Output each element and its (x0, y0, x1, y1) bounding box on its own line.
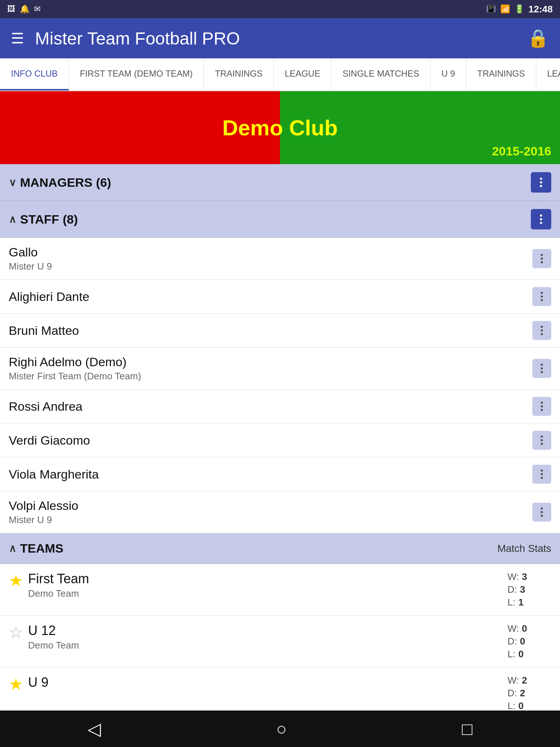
star-icon-0[interactable]: ★ (9, 573, 23, 589)
lock-icon[interactable]: 🔒 (527, 28, 549, 49)
star-icon-2[interactable]: ★ (9, 676, 23, 692)
teams-list: ★ First Team Demo Team W:3 D:3 L:1 ☆ U 1… (0, 564, 560, 719)
team-info-1: U 12 Demo Team (28, 623, 79, 651)
staff-name-1: Alighieri Dante (9, 290, 532, 304)
wifi-icon: 📶 (500, 4, 510, 14)
hamburger-menu[interactable]: ☰ (11, 30, 24, 47)
recent-button[interactable]: □ (462, 719, 472, 739)
staff-row: Alighieri Dante (0, 280, 560, 314)
dot1 (541, 436, 543, 438)
staff-row-menu-2[interactable] (532, 321, 551, 340)
staff-count: (8) (63, 212, 78, 227)
stat-D-0: D:3 (508, 584, 551, 595)
tab-trainings[interactable]: TRAININGS (204, 58, 274, 90)
clock: 12:48 (529, 4, 553, 15)
stat-L-1: L:0 (508, 649, 551, 660)
staff-row: Gallo Mister U 9 (0, 238, 560, 280)
tab-league2[interactable]: LEAGU (536, 58, 560, 90)
managers-title[interactable]: ∨ MANAGERS (6) (9, 175, 111, 190)
team-sub-1: Demo Team (28, 640, 79, 651)
stat-W-1: W:0 (508, 623, 551, 634)
team-left-0: ★ First Team Demo Team (9, 571, 89, 599)
dot3 (541, 261, 543, 263)
back-button[interactable]: ◁ (88, 719, 101, 739)
stat-W-0: W:3 (508, 571, 551, 582)
staff-row-menu-0[interactable] (532, 249, 551, 268)
status-bar: 🖼 🔔 ✉ 📳 📶 🔋 12:48 (0, 0, 560, 18)
dot1 (541, 469, 543, 472)
dot2 (541, 329, 543, 332)
dot2 (541, 473, 543, 475)
tab-u9[interactable]: U 9 (431, 58, 466, 90)
staff-label: STAFF (20, 212, 59, 227)
dot2 (541, 439, 543, 441)
dot3 (540, 185, 542, 187)
staff-title[interactable]: ∧ STAFF (8) (9, 212, 78, 227)
tab-first-team[interactable]: FIRST TEAM (DEMO TEAM) (69, 58, 204, 90)
star-icon-1[interactable]: ☆ (9, 624, 23, 640)
staff-row: Bruni Matteo (0, 314, 560, 348)
dot3 (541, 477, 543, 479)
dot1 (541, 364, 543, 366)
staff-info-2: Bruni Matteo (9, 324, 532, 338)
dot1 (541, 402, 543, 404)
gallery-icon: 🖼 (7, 4, 15, 14)
dot3 (541, 443, 543, 445)
dot2 (541, 405, 543, 407)
tab-info-club[interactable]: INFO CLUB (0, 58, 69, 90)
stat-D-2: D:2 (508, 688, 551, 699)
dot3 (541, 333, 543, 335)
team-name-2: U 9 (28, 675, 48, 690)
vibrate-icon: 📳 (486, 4, 496, 14)
staff-name-3: Righi Adelmo (Demo) (9, 355, 532, 369)
dot2 (540, 218, 542, 220)
nav-bar: ◁ ○ □ (0, 711, 560, 747)
club-name: Demo Club (0, 115, 560, 140)
managers-menu-button[interactable] (531, 172, 551, 193)
staff-info-6: Viola Margherita (9, 467, 532, 481)
staff-info-4: Rossi Andrea (9, 399, 532, 414)
staff-name-4: Rossi Andrea (9, 399, 532, 414)
staff-info-1: Alighieri Dante (9, 290, 532, 304)
home-button[interactable]: ○ (276, 719, 287, 739)
staff-name-0: Gallo (9, 245, 532, 259)
tab-single-matches[interactable]: SINGLE MATCHES (331, 58, 430, 90)
staff-role-7: Mister U 9 (9, 514, 532, 526)
battery-icon: 🔋 (514, 4, 524, 14)
app-title: Mister Team Football PRO (35, 28, 516, 49)
club-banner: 2015-2016 Demo Club (0, 91, 560, 164)
stat-W-2: W:2 (508, 675, 551, 686)
teams-chevron: ∧ (9, 542, 16, 554)
teams-section-header: ∧ TEAMS Match Stats (0, 533, 560, 564)
managers-section-header: ∨ MANAGERS (6) (0, 164, 560, 201)
dot3 (541, 409, 543, 411)
team-info-0: First Team Demo Team (28, 571, 89, 599)
team-left-1: ☆ U 12 Demo Team (9, 623, 79, 651)
season-label: 2015-2016 (492, 144, 551, 158)
match-stats-header-label: Match Stats (497, 543, 551, 554)
staff-row-menu-4[interactable] (532, 397, 551, 416)
staff-section-header: ∧ STAFF (8) (0, 201, 560, 238)
staff-row-menu-6[interactable] (532, 465, 551, 484)
staff-name-5: Verdi Giacomo (9, 433, 532, 448)
staff-info-5: Verdi Giacomo (9, 433, 532, 448)
staff-menu-button[interactable] (531, 209, 551, 229)
dot2 (541, 295, 543, 298)
dot1 (541, 507, 543, 510)
email-icon: ✉ (34, 4, 40, 14)
tab-trainings2[interactable]: TRAININGS (466, 58, 536, 90)
tab-league[interactable]: LEAGUE (274, 58, 331, 90)
stat-L-0: L:1 (508, 597, 551, 608)
dot3 (541, 515, 543, 517)
staff-row-menu-1[interactable] (532, 287, 551, 306)
staff-row-menu-5[interactable] (532, 431, 551, 450)
staff-chevron: ∧ (9, 213, 16, 225)
app-bar: ☰ Mister Team Football PRO 🔒 (0, 18, 560, 58)
staff-row-menu-7[interactable] (532, 503, 551, 522)
staff-row-menu-3[interactable] (532, 359, 551, 378)
teams-title[interactable]: ∧ TEAMS (9, 541, 63, 556)
dot2 (541, 367, 543, 369)
staff-row: Verdi Giacomo (0, 423, 560, 457)
managers-count: (6) (96, 175, 111, 190)
staff-list: Gallo Mister U 9 Alighieri Dante Bruni M… (0, 238, 560, 533)
